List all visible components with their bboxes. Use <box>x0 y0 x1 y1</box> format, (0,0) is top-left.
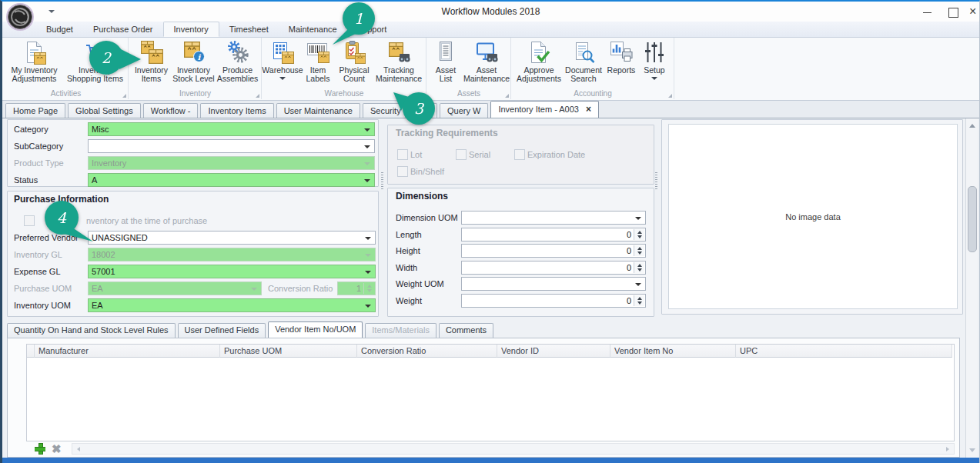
minimize-button[interactable] <box>923 12 932 13</box>
scroll-down-icon[interactable] <box>969 448 975 452</box>
expense-gl-select[interactable]: 57001 <box>88 265 376 278</box>
chevron-down-icon <box>279 77 286 80</box>
document-tab-workflow[interactable]: Workflow - <box>143 103 199 118</box>
category-select[interactable]: Misc <box>88 122 375 136</box>
ribbon-button-label: DocumentSearch <box>565 66 602 83</box>
inventory-uom-value: EA <box>92 301 103 310</box>
length-spinner[interactable]: 0 <box>461 228 646 241</box>
weight-spinner[interactable]: 0 <box>461 294 646 308</box>
doc-check-icon <box>527 40 551 65</box>
splitter-handle[interactable] <box>655 172 657 189</box>
weight-value: 0 <box>465 296 631 305</box>
document-tab-inventory-item-a003[interactable]: Inventory Item - A003× <box>490 101 599 118</box>
horizontal-scrollbar[interactable] <box>72 443 955 455</box>
product-type-value: Inventory <box>92 158 126 168</box>
ribbon-group-label: Activities <box>4 89 128 98</box>
ribbon-button-produce-assemblies[interactable]: ProduceAssemblies <box>216 38 260 85</box>
chevron-down-icon <box>651 77 657 80</box>
add-row-button[interactable] <box>35 443 46 455</box>
document-tab-query-w[interactable]: Query W <box>440 103 488 118</box>
subcategory-select[interactable] <box>88 139 375 153</box>
ribbon-button-label: ApproveAdjustments <box>517 66 561 83</box>
ribbon-button-approve-adjustments[interactable]: ApproveAdjustments <box>515 38 563 85</box>
length-label: Length <box>396 230 422 239</box>
detail-tab-quantity-on-hand-and-stock-level-rules[interactable]: Quantity On Hand and Stock Level Rules <box>7 323 176 338</box>
ribbon-button-label: Warehouse <box>262 66 303 75</box>
detail-tab-comments[interactable]: Comments <box>439 323 493 338</box>
document-tab-user-maintenance[interactable]: User Maintenance <box>276 103 360 118</box>
maximize-button[interactable] <box>948 8 958 18</box>
no-image-text: No image data <box>785 212 841 222</box>
vertical-scrollbar[interactable] <box>965 118 978 458</box>
purchase-checkbox <box>24 215 35 226</box>
serial-checkbox <box>456 149 467 160</box>
ribbon-tab-inventory[interactable]: Inventory <box>163 22 219 37</box>
chevron-down-icon <box>364 128 370 132</box>
barcode-icon <box>306 40 330 65</box>
ribbon-button-inventory-stock-level[interactable]: iInventoryStock Level <box>172 38 216 85</box>
ribbon-tab-purchase-order[interactable]: Purchase Order <box>83 22 163 37</box>
callout-1: 1 <box>331 2 386 48</box>
svg-text:3: 3 <box>414 100 425 117</box>
detail-tab-user-defined-fields[interactable]: User Defined Fields <box>178 323 266 338</box>
scroll-right-icon[interactable] <box>946 447 949 451</box>
ribbon-button-warehouse[interactable]: Warehouse <box>264 38 301 85</box>
title-bar: Workflow Modules 2018 × <box>2 2 979 22</box>
status-select[interactable]: A <box>88 173 375 187</box>
splitter-handle[interactable] <box>381 172 383 189</box>
close-button[interactable]: × <box>969 4 976 19</box>
inventory-uom-select[interactable]: EA <box>88 298 376 312</box>
chevron-down-icon <box>365 254 371 257</box>
status-label: Status <box>14 175 38 185</box>
ribbon-button-asset-list[interactable]: AssetList <box>428 38 463 85</box>
app-logo-icon[interactable] <box>5 2 35 32</box>
close-tab-icon[interactable]: × <box>586 104 591 115</box>
ribbon-button-my-inventory-adjustments[interactable]: My InventoryAdjustments <box>5 38 64 85</box>
detail-tab-vendor-item-no-uom[interactable]: Vendor Item No/UOM <box>268 321 363 338</box>
column-header-purchase-uom[interactable]: Purchase UOM <box>220 345 357 358</box>
item-image-section: No image data <box>661 119 963 315</box>
scroll-left-icon[interactable] <box>77 447 80 451</box>
ribbon-button-reports[interactable]: Reports <box>604 38 638 85</box>
document-tab-inventory-items[interactable]: Inventory Items <box>200 103 273 118</box>
ribbon-button-asset-maintenance[interactable]: AssetMaintenance <box>463 38 510 85</box>
product-type-select: Inventory <box>88 156 375 170</box>
ribbon-tab-timesheet[interactable]: Timesheet <box>219 22 279 37</box>
inventory-gl-label: Inventory GL <box>14 250 62 259</box>
ribbon-button-label: ItemLabels <box>306 66 330 83</box>
ribbon-button-item-labels[interactable]: ItemLabels <box>301 38 335 85</box>
column-header-conversion-ratio[interactable]: Conversion Ratio <box>357 345 497 358</box>
ribbon-group-accounting: ApproveAdjustmentsDocumentSearchReportsS… <box>512 38 674 99</box>
column-header-vendor-item-no[interactable]: Vendor Item No <box>610 345 736 358</box>
document-tab-home-page[interactable]: Home Page <box>5 103 65 118</box>
svg-text:1: 1 <box>354 10 363 27</box>
height-label: Height <box>396 246 420 255</box>
inventory-gl-select: 18002 <box>88 248 376 261</box>
building-icon <box>270 40 295 65</box>
product-type-label: Product Type <box>14 158 64 168</box>
spinner-arrows-icon <box>634 229 644 240</box>
ribbon-button-setup[interactable]: Setup <box>638 38 671 85</box>
sliders-icon <box>642 40 667 65</box>
dimension-uom-select[interactable] <box>461 211 646 225</box>
scrollbar-thumb[interactable] <box>968 186 977 252</box>
delete-row-button[interactable]: ✖ <box>52 443 62 455</box>
column-header-upc[interactable]: UPC <box>736 345 952 358</box>
preferred-vendor-select[interactable]: UNASSIGNED <box>88 231 376 245</box>
chevron-down-icon <box>635 217 641 220</box>
inventory-gl-value: 18002 <box>92 250 115 259</box>
purchase-uom-label: Purchase UOM <box>14 284 72 293</box>
scroll-up-icon[interactable] <box>969 124 975 128</box>
document-tab-global-settings[interactable]: Global Settings <box>68 103 141 118</box>
ribbon-group-label: Inventory <box>129 89 261 98</box>
category-value: Misc <box>92 125 109 134</box>
width-value: 0 <box>465 263 631 272</box>
width-spinner[interactable]: 0 <box>461 261 646 275</box>
ribbon-button-document-search[interactable]: DocumentSearch <box>563 38 604 85</box>
ribbon-tab-budget[interactable]: Budget <box>36 22 83 37</box>
column-header-vendor-id[interactable]: Vendor ID <box>497 345 610 358</box>
weight-uom-select[interactable] <box>461 277 646 291</box>
subcategory-label: SubCategory <box>14 142 63 151</box>
height-spinner[interactable]: 0 <box>461 244 646 258</box>
column-header-manufacturer[interactable]: Manufacturer <box>35 345 220 358</box>
